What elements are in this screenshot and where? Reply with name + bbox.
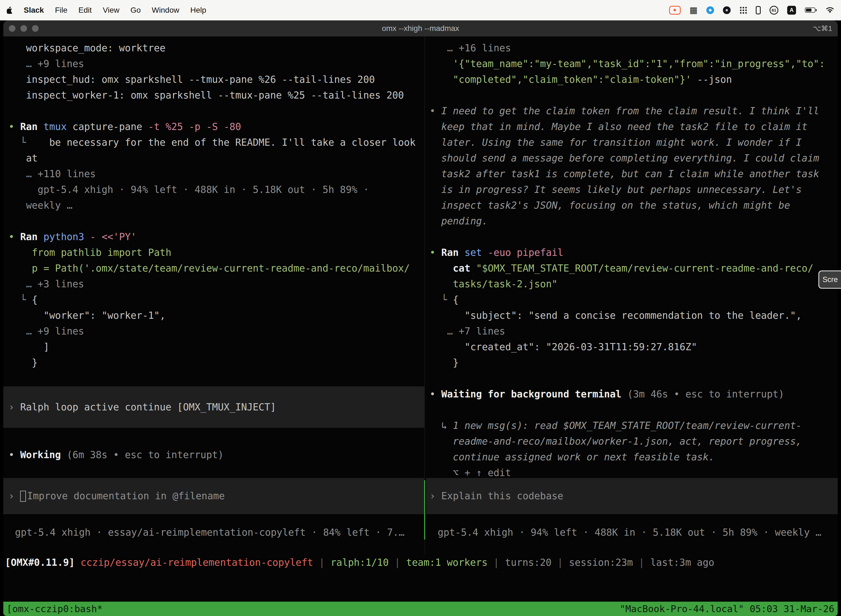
tmux-pane-left[interactable]: workspace_mode: worktree … +9 lines insp… — [3, 37, 424, 550]
phone-icon[interactable] — [756, 6, 761, 14]
terminal-line: "completed","claim_token":"claim-token"}… — [429, 72, 838, 88]
terminal-line: is in progress? It seems likely but perh… — [429, 182, 838, 198]
dots-grid-icon[interactable] — [740, 6, 747, 14]
terminal-line: … +3 lines — [9, 276, 424, 292]
menu-status-icons: ▦ 61 A — [669, 6, 834, 15]
menu-left-group: Slack FileEditViewGoWindowHelp — [7, 6, 206, 15]
terminal-line: at — [9, 150, 424, 166]
terminal-line: } — [429, 355, 838, 371]
terminal-line: cat "$OMX_TEAM_STATE_ROOT/team/review-cu… — [429, 261, 838, 276]
terminal-line: tasks/task-2.json" — [429, 276, 838, 292]
terminal-line — [429, 88, 838, 103]
screen-recording-indicator-icon[interactable] — [669, 6, 681, 15]
terminal-line: … +110 lines — [9, 166, 424, 182]
terminal-line — [429, 229, 838, 245]
terminal-line: … +7 lines — [429, 323, 838, 339]
menu-item-window[interactable]: Window — [152, 6, 179, 15]
terminal-line: task2 after task1 is complete, but can I… — [429, 166, 838, 182]
working-status-line: • Working (6m 38s • esc to interrupt) — [9, 447, 424, 463]
terminal-line: continue assigned work or next feasible … — [429, 449, 838, 465]
battery-percent-badge[interactable]: 61 — [769, 6, 778, 15]
menu-item-view[interactable]: View — [103, 6, 119, 15]
active-app-name[interactable]: Slack — [24, 6, 44, 15]
menu-item-help[interactable]: Help — [190, 6, 207, 15]
left-prompt-input[interactable]: › Improve documentation in @filename — [3, 478, 424, 514]
text-cursor — [20, 491, 26, 502]
terminal-line: '{"team_name":"my-team","task_id":"1","f… — [429, 56, 838, 72]
terminal-line — [9, 371, 424, 386]
terminal-line: inspect_hud: omx sparkshell --tmux-pane … — [9, 72, 424, 88]
terminal-line: • I need to get the claim token from the… — [429, 103, 838, 119]
tmux-pane-right[interactable]: … +16 lines '{"team_name":"my-team","tas… — [426, 37, 838, 550]
tmux-status-bar: [omx-cczip0:bash* "MacBook-Pro-44.local"… — [3, 602, 838, 616]
terminal-line — [9, 213, 424, 229]
menu-item-file[interactable]: File — [55, 6, 67, 15]
macos-menu-bar: Slack FileEditViewGoWindowHelp ▦ 61 A — [0, 0, 841, 21]
ralph-loop-band[interactable]: › Ralph loop active continue [OMX_TMUX_I… — [3, 386, 424, 428]
terminal-line: └ be necessary for the end of the README… — [9, 135, 424, 150]
menu-item-go[interactable]: Go — [130, 6, 141, 15]
terminal-line: pending. — [429, 213, 838, 229]
terminal-line — [429, 371, 838, 386]
terminal-line: from pathlib import Path — [9, 245, 424, 261]
terminal-line: "created_at": "2026-03-31T11:59:27.816Z" — [429, 339, 838, 355]
terminal-line: p = Path('.omx/state/team/review-current… — [9, 261, 424, 276]
omx-session-status-line: [OMX#0.11.9] cczip/essay/ai-reimplementa… — [5, 555, 714, 571]
terminal-line: gpt-5.4 xhigh · 94% left · 488K in · 5.1… — [9, 182, 424, 198]
terminal-line: } — [9, 355, 424, 371]
clipped-overlay-window[interactable]: Scre — [818, 270, 841, 289]
input-source-icon[interactable]: A — [787, 6, 796, 15]
apple-logo-icon[interactable] — [7, 7, 13, 14]
grid-app-icon[interactable]: ▦ — [690, 6, 697, 14]
terminal-line: later. Using the same for transition mig… — [429, 135, 838, 150]
terminal-line: inspect_worker-1: omx sparkshell --tmux-… — [9, 88, 424, 103]
dark-app-icon[interactable] — [723, 6, 731, 14]
overlay-text: Scre — [822, 276, 838, 284]
right-model-status-line: gpt-5.4 xhigh · 94% left · 488K in · 5.1… — [426, 525, 838, 540]
terminal-content[interactable]: workspace_mode: worktree … +9 lines insp… — [3, 37, 838, 616]
right-prompt-input[interactable]: › Explain this codebase — [426, 478, 838, 514]
terminal-line: └ { — [9, 292, 424, 308]
terminal-line: workspace_mode: worktree — [9, 40, 424, 56]
terminal-line: ↳ 1 new msg(s): read $OMX_TEAM_STATE_ROO… — [429, 418, 838, 434]
terminal-line: should send a message before completing … — [429, 150, 838, 166]
terminal-line: readme-and-reco/mailbox/worker-1.json, a… — [429, 434, 838, 449]
menu-item-edit[interactable]: Edit — [78, 6, 92, 15]
wifi-icon[interactable] — [826, 7, 834, 14]
terminal-line: … +9 lines — [9, 323, 424, 339]
battery-icon[interactable] — [805, 7, 815, 13]
terminal-line: … +16 lines — [429, 40, 838, 56]
terminal-line: "worker": "worker-1", — [9, 308, 424, 323]
tmux-host-clock: "MacBook-Pro-44.local" 05:03 31-Mar-26 — [620, 601, 834, 616]
terminal-line: keep that in mind. Maybe I also need the… — [429, 119, 838, 135]
pane-divider-active-segment — [424, 480, 425, 540]
left-model-status-line: gpt-5.4 xhigh · essay/ai-reimplementatio… — [3, 525, 424, 540]
terminal-line: "subject": "send a concise recommendatio… — [429, 308, 838, 323]
menu-items: FileEditViewGoWindowHelp — [55, 6, 206, 15]
terminal-line: • Ran set -euo pipefail — [429, 245, 838, 261]
terminal-line: ] — [9, 339, 424, 355]
window-shortcut-hint: ⌥⌘1 — [813, 21, 832, 37]
pane-divider — [424, 37, 425, 555]
waiting-status-line: • Waiting for background terminal (3m 46… — [429, 386, 838, 402]
terminal-line — [429, 402, 838, 418]
terminal-line: … +9 lines — [9, 56, 424, 72]
blue-app-icon[interactable] — [706, 6, 714, 14]
terminal-line: • Ran tmux capture-pane -t %25 -p -S -80 — [9, 119, 424, 135]
terminal-line: weekly … — [9, 198, 424, 213]
window-title: omx --xhigh --madmax — [3, 21, 838, 37]
terminal-line — [9, 103, 424, 119]
terminal-line: • Ran python3 - <<'PY' — [9, 229, 424, 245]
tmux-session-label: [omx-cczip0:bash* — [7, 601, 103, 616]
terminal-window: omx --xhigh --madmax ⌥⌘1 workspace_mode:… — [3, 21, 838, 616]
terminal-line: inspect task2's JSON, focusing on the st… — [429, 198, 838, 213]
window-titlebar: omx --xhigh --madmax ⌥⌘1 — [3, 21, 838, 37]
terminal-line: └ { — [429, 292, 838, 308]
